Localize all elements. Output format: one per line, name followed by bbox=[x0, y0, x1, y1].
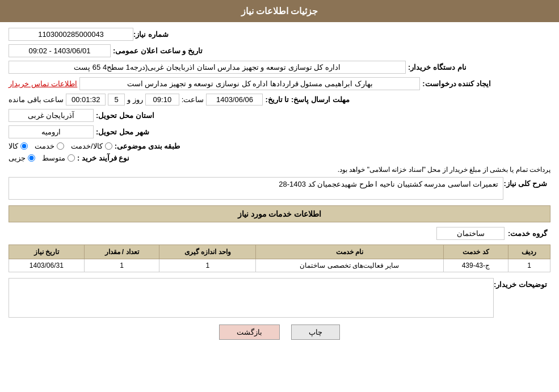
tawzihat-textarea[interactable] bbox=[9, 278, 494, 318]
ostan-value: آذربایجان غربی bbox=[9, 109, 94, 122]
print-button[interactable]: چاپ bbox=[291, 324, 340, 340]
yjad-label: ایجاد کننده درخواست: bbox=[422, 79, 491, 88]
shomara-niaz-label: شماره نیاز: bbox=[133, 30, 169, 39]
goroh-row: گروه خدمت: ساختمان bbox=[9, 227, 550, 240]
radio-kala: کالا bbox=[9, 142, 28, 150]
radio-kala-khadamat-label: کالا/خدمت bbox=[71, 142, 103, 150]
goroh-label: گروه خدمت: bbox=[508, 229, 547, 238]
yjad-value: بهارک ابراهیمی مسئول قراردادها اداره کل … bbox=[79, 77, 420, 90]
dasgah-label: نام دستگاه خریدار: bbox=[408, 63, 466, 71]
note-text: پرداخت تمام یا بخشی از مبلغ خریدار از مح… bbox=[338, 166, 550, 174]
ostan-row: استان محل تحویل: آذربایجان غربی bbox=[9, 109, 550, 122]
col-nam: نام خدمت bbox=[256, 245, 444, 259]
tarikh-value: 1403/06/01 - 09:02 bbox=[9, 44, 111, 57]
radio-jozyi-input[interactable] bbox=[28, 154, 35, 162]
col-radif: ردیف bbox=[508, 245, 550, 259]
col-tedad: تعداد / مقدار bbox=[84, 245, 159, 259]
radio-kala-label: کالا bbox=[9, 142, 18, 150]
tabaqe-radio-group: کالا/خدمت خدمت کالا bbox=[9, 142, 112, 150]
sharh-value: تعمیرات اساسی مدرسه کشتیبان ناحیه ا طرح … bbox=[9, 177, 503, 200]
services-table-container: ردیف کد خدمت نام خدمت واحد اندازه گیری ت… bbox=[9, 245, 550, 272]
radio-motavaset-label: متوسط bbox=[42, 154, 65, 162]
noE-label: نوع فرآیند خرید : bbox=[77, 154, 129, 162]
noE-row: نوع فرآیند خرید : متوسط جزیی bbox=[9, 154, 550, 162]
note-row: پرداخت تمام یا بخشی از مبلغ خریدار از مح… bbox=[9, 166, 550, 174]
radio-kala-input[interactable] bbox=[20, 142, 28, 150]
time-label: ساعت: bbox=[182, 95, 204, 104]
shomara-niaz-row: شماره نیاز: 1103000285000043 bbox=[9, 28, 550, 41]
radio-khadamat: خدمت bbox=[35, 142, 64, 150]
shahr-label: شهر محل تحویل: bbox=[96, 128, 149, 136]
sharh-label: شرح کلی نیاز: bbox=[503, 177, 547, 188]
radio-motavaset-input[interactable] bbox=[68, 154, 75, 162]
radio-khadamat-label: خدمت bbox=[35, 142, 54, 150]
tawzihat-label: توضیحات خریدار: bbox=[494, 278, 547, 289]
shahr-value: ارومیه bbox=[9, 125, 94, 138]
buttons-row: چاپ بازگشت bbox=[9, 324, 550, 340]
table-header-row: ردیف کد خدمت نام خدمت واحد اندازه گیری ت… bbox=[9, 245, 550, 259]
goroh-value: ساختمان bbox=[436, 227, 505, 240]
cell-tedad: 1 bbox=[84, 259, 159, 272]
shahr-row: شهر محل تحویل: ارومیه bbox=[9, 125, 550, 138]
radio-kala-khadamat: کالا/خدمت bbox=[71, 142, 112, 150]
roz-value: 5 bbox=[108, 94, 125, 106]
shomara-niaz-value: 1103000285000043 bbox=[9, 28, 133, 41]
sharh-section: شرح کلی نیاز: تعمیرات اساسی مدرسه کشتیبا… bbox=[9, 177, 550, 200]
cell-kod: ج-43-439 bbox=[443, 259, 508, 272]
dasgah-row: نام دستگاه خریدار: اداره کل توسازی توسعه… bbox=[9, 61, 550, 74]
yjad-link[interactable]: اطلاعات تماس خریدار bbox=[9, 79, 77, 88]
page-header: جزئیات اطلاعات نیاز bbox=[0, 0, 559, 22]
page-title: جزئیات اطلاعات نیاز bbox=[241, 6, 318, 16]
table-row: 1 ج-43-439 سایر فعالیت‌های تخصصی ساختمان… bbox=[9, 259, 550, 272]
cell-vahed: 1 bbox=[159, 259, 256, 272]
baqi-value: 00:01:32 bbox=[66, 94, 106, 106]
back-button[interactable]: بازگشت bbox=[219, 324, 280, 340]
mohlat-label: مهلت ارسال پاسخ: تا تاریخ: bbox=[265, 95, 349, 104]
noE-radio-group: متوسط جزیی bbox=[9, 154, 75, 162]
yjad-row: ایجاد کننده درخواست: بهارک ابراهیمی مسئو… bbox=[9, 77, 550, 90]
roz-label: روز و bbox=[127, 95, 143, 104]
cell-tarikh: 1403/06/31 bbox=[9, 259, 85, 272]
khadamat-section-title: اطلاعات خدمات مورد نیاز bbox=[9, 205, 550, 222]
ostan-label: استان محل تحویل: bbox=[96, 111, 154, 120]
tarikh-row: تاریخ و ساعت اعلان عمومی: 1403/06/01 - 0… bbox=[9, 44, 550, 57]
services-table: ردیف کد خدمت نام خدمت واحد اندازه گیری ت… bbox=[9, 245, 550, 272]
col-vahed: واحد اندازه گیری bbox=[159, 245, 256, 259]
tawzihat-section: توضیحات خریدار: bbox=[9, 278, 550, 318]
radio-jozyi-label: جزیی bbox=[9, 154, 26, 162]
radio-motavaset: متوسط bbox=[42, 154, 75, 162]
tabaqe-label: طبقه بندی موضوعی: bbox=[115, 142, 180, 150]
time-value: 09:10 bbox=[145, 94, 179, 106]
cell-radif: 1 bbox=[508, 259, 550, 272]
tarikh-label: تاریخ و ساعت اعلان عمومی: bbox=[113, 47, 203, 55]
mohlat-row: مهلت ارسال پاسخ: تا تاریخ: 1403/06/06 سا… bbox=[9, 94, 550, 106]
tabaqe-row: طبقه بندی موضوعی: کالا/خدمت خدمت کالا bbox=[9, 142, 550, 150]
radio-khadamat-input[interactable] bbox=[57, 142, 64, 150]
col-tarikh: تاریخ نیاز bbox=[9, 245, 85, 259]
dasgah-value: اداره کل توسازی توسعه و تجهیز مدارس استا… bbox=[9, 61, 406, 74]
baqi-label: ساعت باقی مانده bbox=[9, 95, 64, 104]
col-kod: کد خدمت bbox=[443, 245, 508, 259]
date-value: 1403/06/06 bbox=[206, 94, 263, 106]
radio-kala-khadamat-input[interactable] bbox=[105, 142, 112, 150]
radio-jozyi: جزیی bbox=[9, 154, 35, 162]
cell-nam: سایر فعالیت‌های تخصصی ساختمان bbox=[256, 259, 444, 272]
